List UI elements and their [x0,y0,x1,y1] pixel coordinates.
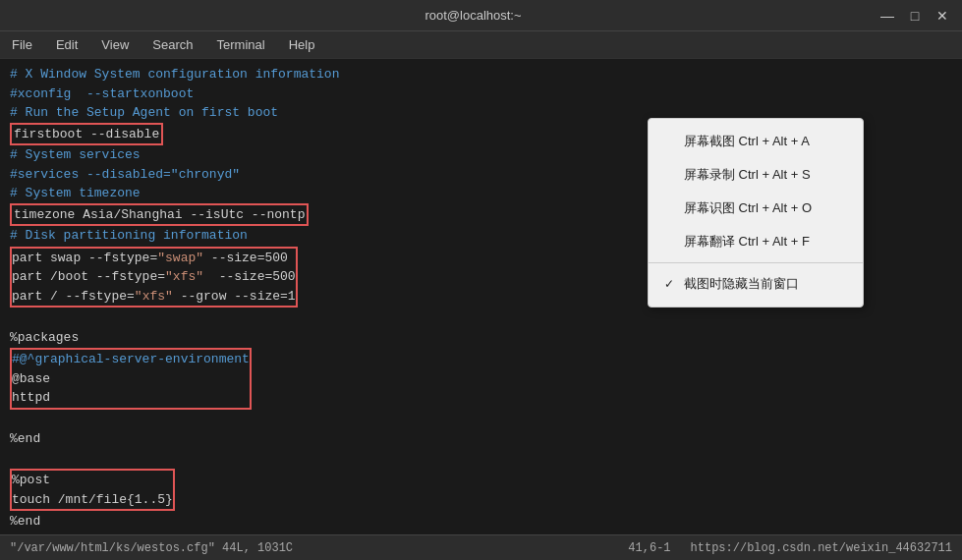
context-menu-record-label: 屏幕录制 Ctrl + Alt + S [684,166,811,184]
title-bar: root@localhost:~ — □ ✕ [0,0,962,31]
close-button[interactable]: ✕ [933,8,952,24]
context-menu-translate-label: 屏幕翻译 Ctrl + Alt + F [684,233,810,251]
terminal-line [10,308,952,328]
terminal-line: httpd [12,388,250,408]
terminal-line: %post [12,471,173,490]
checkmark-hide: ✓ [664,277,678,291]
terminal-line: touch /mnt/file{1..5} [12,490,173,510]
context-menu-divider [649,262,863,263]
context-menu: 屏幕截图 Ctrl + Alt + A 屏幕录制 Ctrl + Alt + S … [648,118,864,308]
terminal-line: %packages [10,328,952,348]
window-title: root@localhost:~ [69,8,877,23]
menu-edit[interactable]: Edit [52,35,82,54]
terminal-line: part swap --fstype="swap" --size=500 [12,249,296,268]
status-position: 41,6-1 [628,541,670,555]
terminal-line: #@^graphical-server-environment [12,350,250,369]
status-file-info: "/var/www/html/ks/westos.cfg" 44L, 1031C [10,541,293,555]
terminal-line: # X Window System configuration informat… [10,65,952,84]
context-menu-record[interactable]: 屏幕录制 Ctrl + Alt + S [649,158,863,192]
context-menu-hide-label: 截图时隐藏当前窗口 [684,275,799,293]
minimize-button[interactable]: — [877,8,897,24]
context-menu-screenshot[interactable]: 屏幕截图 Ctrl + Alt + A [649,125,863,158]
highlighted-block-packages: #@^graphical-server-environment @base ht… [10,348,252,410]
terminal-line [10,411,952,430]
terminal-line: %end [10,429,952,449]
highlighted-block-post: %post touch /mnt/file{1..5} [10,469,175,511]
terminal-line: part / --fstype="xfs" --grow --size=1 [12,287,296,307]
context-menu-hide-window[interactable]: ✓ 截图时隐藏当前窗口 [649,267,863,301]
context-menu-screenshot-label: 屏幕截图 Ctrl + Alt + A [684,133,810,150]
menu-file[interactable]: File [8,35,36,54]
menu-help[interactable]: Help [285,35,319,54]
highlighted-block-disk: part swap --fstype="swap" --size=500 par… [10,247,298,308]
context-menu-ocr-label: 屏幕识图 Ctrl + Alt + O [684,199,812,217]
terminal-line: #xconfig --startxonboot [10,84,952,104]
status-bar: "/var/www/html/ks/westos.cfg" 44L, 1031C… [0,534,962,560]
context-menu-translate[interactable]: 屏幕翻译 Ctrl + Alt + F [649,225,863,258]
terminal-line: part /boot --fstype="xfs" --size=500 [12,267,296,287]
maximize-button[interactable]: □ [905,8,925,24]
menu-view[interactable]: View [97,35,133,54]
terminal-line: %end [10,512,952,532]
terminal-line: @base [12,369,250,389]
status-url: https://blog.csdn.net/weixin_44632711 [691,541,952,555]
window-controls[interactable]: — □ ✕ [877,8,952,24]
terminal-line [10,449,952,469]
menu-terminal[interactable]: Terminal [213,35,269,54]
menu-bar: File Edit View Search Terminal Help [0,31,962,59]
menu-search[interactable]: Search [148,35,197,54]
context-menu-ocr[interactable]: 屏幕识图 Ctrl + Alt + O [649,192,863,225]
